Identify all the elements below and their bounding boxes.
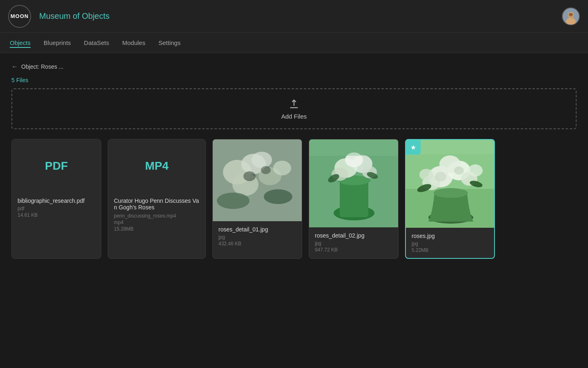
svg-point-33 [434,188,468,198]
pdf-preview: PDF [12,139,101,193]
roses-info: roses.jpg jpg 5.22MB [406,228,494,258]
svg-point-39 [468,164,483,177]
file-card-roses-detail-02[interactable]: roses_detail_02.jpg jpg 947.72 KB [309,139,399,259]
img-02-ext: jpg [315,240,392,246]
roses-filename: roses.jpg [412,233,488,239]
files-grid: PDF bibliographic_research.pdf pdf 14.61… [11,139,577,259]
upload-icon [288,98,300,110]
svg-point-13 [273,161,291,175]
roses-size: 5.22MB [412,247,488,253]
img-preview-roses: ★ [406,140,494,228]
img-01-size: 432.46 KB [218,241,296,247]
img-preview-01 [213,139,302,221]
mp4-size: 15.28MB [114,226,200,232]
file-card-roses-detail-01[interactable]: roses_detail_01.jpg jpg 432.46 KB [212,139,302,259]
navigation: Objects Blueprints DataSets Modules Sett… [0,33,588,53]
pdf-type-label: PDF [45,159,68,173]
pdf-size: 14.61 KB [18,212,95,218]
nav-item-blueprints[interactable]: Blueprints [44,38,71,48]
header-left: MOON Museum of Objects [8,5,109,28]
svg-rect-20 [340,180,368,217]
mp4-preview: MP4 [108,139,205,193]
svg-point-40 [419,169,433,180]
nav-item-objects[interactable]: Objects [10,38,31,48]
avatar[interactable] [562,7,580,25]
mp4-info: Curator Hugo Penn Discusses Van Gogh's R… [108,193,205,237]
nav-item-modules[interactable]: Modules [122,38,145,48]
svg-point-4 [569,13,572,16]
back-arrow-icon[interactable]: ← [11,63,18,70]
logo[interactable]: MOON [8,5,31,28]
breadcrumb: ← Object: Roses ... [11,63,577,70]
img-02-info: roses_detail_02.jpg jpg 947.72 KB [309,227,398,258]
app-title: Museum of Objects [39,11,109,21]
files-count: 5 Files [11,77,577,83]
svg-point-17 [261,166,271,174]
star-badge: ★ [406,140,421,155]
svg-point-42 [454,166,464,175]
upload-label: Add Files [281,113,307,120]
svg-point-15 [264,189,292,204]
mp4-filename: penn_discussing_roses.mp4 [114,213,200,219]
img-01-filename: roses_detail_01.jpg [218,226,296,233]
count-label: Files [15,77,28,83]
mp4-type-label: MP4 [145,159,169,173]
nav-item-settings[interactable]: Settings [158,38,180,48]
svg-point-12 [252,152,272,168]
svg-point-41 [435,172,446,182]
mp4-title: Curator Hugo Penn Discusses Van Gogh's R… [114,197,200,211]
count-number: 5 [11,77,15,83]
pdf-info: bibliographic_research.pdf pdf 14.61 KB [12,193,101,223]
file-card-mp4[interactable]: MP4 Curator Hugo Penn Discusses Van Gogh… [108,139,206,259]
img-02-size: 947.72 KB [315,247,392,253]
svg-point-16 [243,171,256,181]
file-card-pdf[interactable]: PDF bibliographic_research.pdf pdf 14.61… [11,139,101,259]
mp4-ext: mp4 [114,220,200,225]
upload-zone[interactable]: Add Files [11,88,577,129]
file-card-roses[interactable]: ★ [405,139,495,259]
header: MOON Museum of Objects [0,0,588,33]
img-01-ext: jpg [218,234,296,240]
svg-point-14 [217,193,249,209]
img-preview-02 [309,139,398,227]
svg-rect-29 [309,139,398,156]
breadcrumb-text: Object: Roses ... [21,63,63,70]
pdf-filename: bibliographic_research.pdf [18,197,95,204]
roses-ext: jpg [412,241,488,247]
main-content: ← Object: Roses ... 5 Files Add Files PD… [0,53,588,269]
nav-item-datasets[interactable]: DataSets [84,38,109,48]
pdf-ext: pdf [18,206,95,211]
img-02-filename: roses_detail_02.jpg [315,232,392,239]
img-01-info: roses_detail_01.jpg jpg 432.46 KB [213,221,302,251]
